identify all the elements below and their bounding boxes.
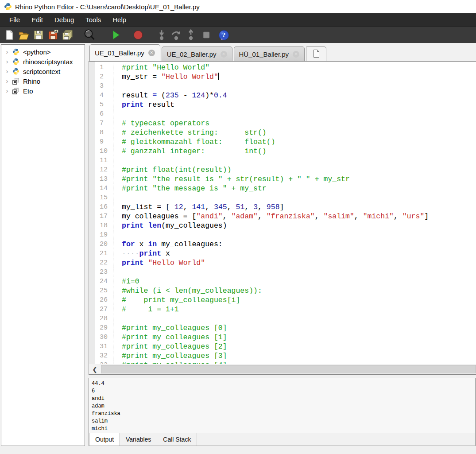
tab-hü_01_baller.py[interactable]: HÜ_01_Baller.py✕ xyxy=(234,47,305,61)
scrollbar-thumb[interactable] xyxy=(101,365,476,373)
help-icon[interactable]: ?o xyxy=(217,28,230,42)
line-number: 27 xyxy=(95,305,113,314)
expand-chevron-icon[interactable]: › xyxy=(5,76,9,86)
sidebar-item-python[interactable]: › <python> xyxy=(1,47,85,57)
close-tab-icon[interactable]: ✕ xyxy=(293,51,299,58)
code-text: #print "the result is " + str(result) + … xyxy=(113,175,350,184)
code-editor[interactable]: 1#print "Hello World"2my_str = "Hello Wo… xyxy=(89,62,476,364)
line-number: 2 xyxy=(95,72,113,81)
code-line[interactable]: 31#print my_colleagues [2] xyxy=(95,342,476,351)
code-line[interactable]: 3 xyxy=(95,81,476,91)
new-file-icon[interactable] xyxy=(3,28,16,42)
code-line[interactable]: 26# print my_colleagues[i] xyxy=(95,295,476,305)
run-icon[interactable] xyxy=(109,28,122,42)
sidebar-item-label: Rhino xyxy=(23,78,40,85)
sidebar-item-eto[interactable]: › Eto xyxy=(1,86,85,96)
expand-chevron-icon[interactable]: › xyxy=(5,86,9,96)
code-line[interactable]: 30#print my_colleagues [1] xyxy=(95,333,476,342)
sidebar-item-rhino[interactable]: › Rhino xyxy=(1,76,85,86)
code-line[interactable]: 16my_list = [ 12, 141, 345, 51, 3, 958] xyxy=(95,202,476,212)
line-number: 20 xyxy=(95,240,113,249)
sidebar-item-label: scriptcontext xyxy=(23,68,60,75)
code-text xyxy=(113,314,122,323)
code-line[interactable]: 18print len(my_colleagues) xyxy=(95,221,476,230)
sidebar-item-rhinoscriptsyntax[interactable]: › rhinoscriptsyntax xyxy=(1,57,85,66)
code-line[interactable]: 17my_colleagues = ["andi", "adam", "fran… xyxy=(95,212,476,221)
code-line[interactable]: 24#i=0 xyxy=(95,277,476,286)
tab-ue_02_baller.py[interactable]: UE_02_Baller.py✕ xyxy=(162,47,232,61)
code-line[interactable]: 13#print "the result is " + str(result) … xyxy=(95,175,476,184)
code-line[interactable]: 6 xyxy=(95,109,476,119)
code-line[interactable]: 21····print x xyxy=(95,249,476,258)
menu-item-debug[interactable]: Debug xyxy=(49,13,80,27)
output-line: andi xyxy=(92,395,475,403)
expand-chevron-icon[interactable]: › xyxy=(5,57,9,66)
editor-horizontal-scrollbar[interactable]: ❮︎ xyxy=(89,364,476,374)
open-file-icon[interactable] xyxy=(17,28,31,42)
code-line[interactable]: 22print "Hello World" xyxy=(95,258,476,268)
code-text xyxy=(113,268,122,277)
debug-record-icon[interactable] xyxy=(132,28,145,42)
line-number: 19 xyxy=(95,230,113,240)
bottom-tab-variables[interactable]: Variables xyxy=(120,433,157,446)
line-number: 7 xyxy=(95,119,113,128)
code-line[interactable]: 25#while (i < len(my_colleagues)): xyxy=(95,286,476,295)
close-tab-icon[interactable]: ✕ xyxy=(221,51,227,58)
editor-margin xyxy=(89,62,95,364)
expand-chevron-icon[interactable]: › xyxy=(5,47,9,57)
line-number: 1 xyxy=(95,63,113,72)
code-line[interactable]: 29#print my_colleagues [0] xyxy=(95,323,476,333)
module-tree-panel[interactable]: › <python>› rhinoscriptsyntax› scriptcon… xyxy=(1,44,85,446)
new-document-tab[interactable] xyxy=(306,47,326,61)
save-icon[interactable] xyxy=(32,28,45,42)
stop-icon[interactable] xyxy=(200,28,213,42)
code-line[interactable]: 8# zeichenkette string: str() xyxy=(95,128,476,137)
code-line[interactable]: 9# gleitkommazahl float: float() xyxy=(95,137,476,147)
code-line[interactable]: 11 xyxy=(95,156,476,165)
code-line[interactable]: 7# typecast operators xyxy=(95,119,476,128)
save-all-icon[interactable] xyxy=(61,28,74,42)
menu-item-file[interactable]: File xyxy=(4,13,26,27)
search-icon[interactable] xyxy=(83,28,96,42)
bottom-tab-call-stack[interactable]: Call Stack xyxy=(157,433,197,446)
output-panel: 44.46andiadamfranziskasalimmichi OutputV… xyxy=(89,378,476,446)
code-line[interactable]: 32#print my_colleagues [3] xyxy=(95,351,476,361)
line-number: 16 xyxy=(95,202,113,212)
code-line[interactable]: 5print result xyxy=(95,100,476,109)
code-line[interactable]: 1#print "Hello World" xyxy=(95,63,476,72)
menu-item-tools[interactable]: Tools xyxy=(80,13,107,27)
tab-ue_01_baller.py[interactable]: UE_01_Baller.py✕ xyxy=(89,44,160,61)
menu-item-edit[interactable]: Edit xyxy=(26,13,49,27)
toolbar: ?o xyxy=(0,27,476,43)
step-out-icon[interactable] xyxy=(184,28,197,42)
code-line[interactable]: 14#print "the message is " + my_str xyxy=(95,184,476,193)
code-text: print result xyxy=(113,100,174,109)
code-text: #print my_colleagues [1] xyxy=(113,333,227,342)
code-line[interactable]: 28 xyxy=(95,314,476,323)
python-icon xyxy=(12,48,20,56)
code-line[interactable]: 12#print float(int(result)) xyxy=(95,165,476,175)
code-line[interactable]: 2my_str = "Hello World" xyxy=(95,72,476,81)
menu-item-help[interactable]: Help xyxy=(107,13,132,27)
code-line[interactable]: 10# ganzzahl integer: int() xyxy=(95,147,476,156)
expand-chevron-icon[interactable]: › xyxy=(5,66,9,76)
scroll-left-arrow-icon[interactable]: ❮︎ xyxy=(90,365,99,373)
code-line[interactable]: 19 xyxy=(95,230,476,240)
code-line[interactable]: 4result = (235 - 124)*0.4 xyxy=(95,91,476,100)
step-into-icon[interactable] xyxy=(155,28,168,42)
code-line[interactable]: 23 xyxy=(95,268,476,277)
code-text: #print float(int(result)) xyxy=(113,165,232,175)
code-line[interactable]: 20for x in my_colleagues: xyxy=(95,240,476,249)
code-line[interactable]: 15 xyxy=(95,193,476,202)
code-text: #print my_colleagues [0] xyxy=(113,323,227,333)
line-number: 5 xyxy=(95,100,113,109)
code-line[interactable]: 27# i = i+1 xyxy=(95,305,476,314)
sidebar-item-scriptcontext[interactable]: › scriptcontext xyxy=(1,66,85,76)
bottom-tab-output[interactable]: Output xyxy=(89,433,120,446)
menu-bar: FileEditDebugToolsHelp xyxy=(0,13,476,27)
output-line: michi xyxy=(92,425,475,433)
step-over-icon[interactable] xyxy=(170,28,183,42)
code-line[interactable]: 33#print my_colleagues [4] xyxy=(95,361,476,364)
save-as-icon[interactable] xyxy=(46,28,60,42)
close-tab-icon[interactable]: ✕ xyxy=(148,50,155,56)
